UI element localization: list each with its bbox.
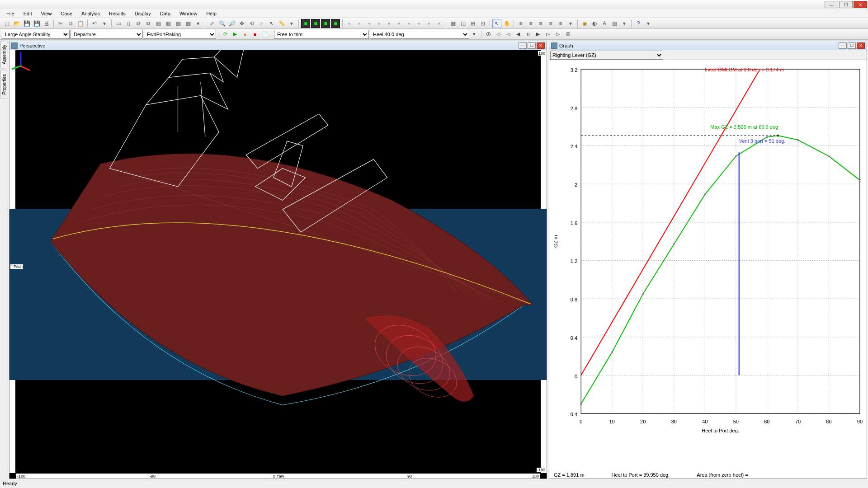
- view-5-icon[interactable]: ▫: [385, 19, 394, 28]
- layout9-icon[interactable]: ▾: [193, 19, 203, 28]
- anim-first-icon[interactable]: ⦿: [484, 30, 493, 39]
- window-maximize-button[interactable]: ☐: [839, 1, 853, 8]
- perspective-close-button[interactable]: ✕: [537, 42, 545, 49]
- cursor-icon[interactable]: ↖: [492, 19, 501, 28]
- graph-close-button[interactable]: ✕: [857, 42, 865, 49]
- rotate-icon[interactable]: ⟲: [247, 19, 256, 28]
- grid1-icon[interactable]: ▦: [448, 19, 458, 28]
- perspective-viewport[interactable]: ° Pitch 180 -180 -180 -90 0 Yaw 90 180: [9, 50, 547, 479]
- select-icon[interactable]: ↖: [267, 19, 276, 28]
- anim-pause-icon[interactable]: ⏸: [524, 30, 533, 39]
- disp1-icon[interactable]: ≡: [516, 19, 525, 28]
- menu-view[interactable]: View: [37, 10, 57, 17]
- cut-icon[interactable]: ✂: [56, 19, 65, 28]
- render1-icon[interactable]: ■: [301, 19, 310, 28]
- perspective-max-button[interactable]: ☐: [528, 42, 536, 49]
- graph-type-select[interactable]: Righting Lever (GZ): [550, 51, 663, 60]
- render3-icon[interactable]: ■: [321, 19, 330, 28]
- damage-case-select[interactable]: FwdPortRaking: [144, 30, 216, 39]
- layout3-icon[interactable]: ⧉: [134, 19, 143, 28]
- menu-window[interactable]: Window: [175, 10, 202, 17]
- graph-min-button[interactable]: —: [839, 42, 847, 49]
- anim-stepfwd-icon[interactable]: ▻: [543, 30, 552, 39]
- saveas-icon[interactable]: 💾: [32, 19, 41, 28]
- window-close-button[interactable]: ✕: [854, 1, 867, 8]
- loading-condition-select[interactable]: Departure: [71, 30, 143, 39]
- new-icon[interactable]: ▢: [2, 19, 11, 28]
- perspective-min-button[interactable]: —: [519, 42, 527, 49]
- copy-icon[interactable]: ⧉: [66, 19, 75, 28]
- graph-max-button[interactable]: ☐: [848, 42, 856, 49]
- graph-plot[interactable]: 0102030405060708090-0.400.40.81.21.622.4…: [549, 60, 867, 479]
- view-9-icon[interactable]: ▫: [425, 19, 434, 28]
- view-7-icon[interactable]: ▫: [405, 19, 414, 28]
- anim-prev-icon[interactable]: ◁: [494, 30, 503, 39]
- heel-select[interactable]: Heel 40.0 deg: [370, 30, 469, 39]
- analysis-type-select[interactable]: Large Angle Stability: [2, 30, 70, 39]
- open-icon[interactable]: 📂: [12, 19, 21, 28]
- properties-tab[interactable]: Properties: [0, 70, 7, 99]
- stop-icon[interactable]: ■: [250, 30, 259, 39]
- step-icon[interactable]: ●: [241, 30, 250, 39]
- heel-dd-icon[interactable]: ▾: [470, 30, 479, 39]
- anim-stepback-icon[interactable]: ◅: [504, 30, 513, 39]
- print-icon[interactable]: 🖨: [42, 19, 51, 28]
- export-icon[interactable]: ▾: [620, 19, 629, 28]
- help-dd-icon[interactable]: ▾: [644, 19, 653, 28]
- view-side-icon[interactable]: ▫: [365, 19, 374, 28]
- measure-icon[interactable]: 📏: [277, 19, 286, 28]
- view-persp-icon[interactable]: ▫: [375, 19, 384, 28]
- anim-play-icon[interactable]: ◀: [514, 30, 523, 39]
- view-6-icon[interactable]: ▫: [395, 19, 404, 28]
- undo-icon[interactable]: ↶: [90, 19, 99, 28]
- window-minimize-button[interactable]: —: [825, 1, 838, 8]
- layout7-icon[interactable]: ▦: [174, 19, 183, 28]
- assembly-tab[interactable]: Assembly: [0, 41, 7, 68]
- report-icon[interactable]: 📄: [260, 30, 269, 39]
- render2-icon[interactable]: ■: [311, 19, 320, 28]
- menu-case[interactable]: Case: [56, 10, 77, 17]
- dropdown-icon[interactable]: ▾: [287, 19, 296, 28]
- disp3-icon[interactable]: ≡: [536, 19, 545, 28]
- play-icon[interactable]: ▶: [231, 30, 240, 39]
- menu-display[interactable]: Display: [130, 10, 156, 17]
- save-icon[interactable]: 💾: [22, 19, 31, 28]
- grid4-icon[interactable]: ⊡: [478, 19, 487, 28]
- menu-file[interactable]: File: [2, 10, 19, 17]
- view-front-icon[interactable]: ▫: [355, 19, 364, 28]
- help-icon[interactable]: ?: [634, 19, 643, 28]
- zoom-out-icon[interactable]: 🔎: [227, 19, 236, 28]
- palette-icon[interactable]: ◐: [590, 19, 599, 28]
- view-8-icon[interactable]: ▫: [415, 19, 424, 28]
- disp6-icon[interactable]: ▾: [566, 19, 575, 28]
- menu-edit[interactable]: Edit: [19, 10, 37, 17]
- table-icon[interactable]: ▦: [610, 19, 619, 28]
- view-top-icon[interactable]: ▫: [345, 19, 354, 28]
- trim-select[interactable]: Free to trim: [274, 30, 369, 39]
- render4-icon[interactable]: ■: [331, 19, 340, 28]
- layout2-icon[interactable]: ▯: [124, 19, 133, 28]
- hand-icon[interactable]: ✋: [502, 19, 511, 28]
- text-icon[interactable]: A: [600, 19, 609, 28]
- redo-icon[interactable]: ▾: [100, 19, 109, 28]
- anim-next-icon[interactable]: ▷: [553, 30, 562, 39]
- disp4-icon[interactable]: ≡: [546, 19, 555, 28]
- color-wheel-icon[interactable]: ◉: [580, 19, 589, 28]
- anim-last-icon[interactable]: ⦿: [563, 30, 572, 39]
- layout4-icon[interactable]: ⧉: [144, 19, 153, 28]
- home-icon[interactable]: ⌂: [257, 19, 266, 28]
- menu-analysis[interactable]: Analysis: [77, 10, 104, 17]
- menu-data[interactable]: Data: [156, 10, 175, 17]
- layout8-icon[interactable]: ▦: [184, 19, 193, 28]
- pan-icon[interactable]: ✥: [237, 19, 246, 28]
- paste-icon[interactable]: 📋: [76, 19, 85, 28]
- layout6-icon[interactable]: ▦: [164, 19, 173, 28]
- view-10-icon[interactable]: ▫: [434, 19, 443, 28]
- layout5-icon[interactable]: ▦: [154, 19, 163, 28]
- zoom-extents-icon[interactable]: ⤢: [208, 19, 217, 28]
- menu-help[interactable]: Help: [202, 10, 221, 17]
- grid2-icon[interactable]: ◫: [458, 19, 467, 28]
- disp2-icon[interactable]: ≡: [526, 19, 535, 28]
- disp5-icon[interactable]: ≡: [556, 19, 565, 28]
- grid3-icon[interactable]: ⊞: [468, 19, 477, 28]
